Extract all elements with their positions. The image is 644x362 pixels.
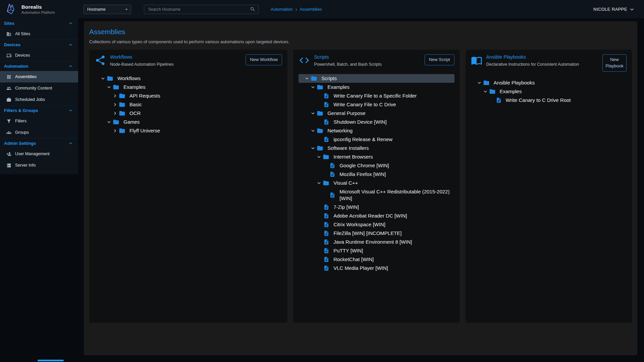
tree-file-filezilla-win-incomplete[interactable]: FileZilla [WIN] [INCOMPLETE]: [299, 229, 454, 238]
tree-item-label: Google Chrome [WIN]: [339, 161, 389, 170]
chevron-up-icon[interactable]: [68, 140, 73, 146]
tree-file-citrix-workspace-win[interactable]: Citrix Workspace [WIN]: [299, 220, 454, 229]
topbar: Borealis Automation Platform Hostname Au…: [0, 0, 644, 18]
tree-folder-software-installers[interactable]: Software Installers: [299, 144, 454, 153]
sidebar-section-label: Admin Settings: [4, 141, 36, 146]
chevron-right-icon: [111, 93, 119, 99]
chevron-down-icon: [105, 84, 113, 90]
sidebar-item-all-sites[interactable]: All Sites: [0, 28, 78, 40]
sidebar-section-label: Sites: [4, 21, 14, 26]
tree-folder-general-purpose[interactable]: General Purpose: [299, 109, 454, 118]
tree-file-microsoft-visual-c-redistributable-2015-2022-win[interactable]: Microsoft Visual C++ Redistributable (20…: [299, 187, 454, 203]
tree-folder-networking[interactable]: Networking: [299, 126, 454, 135]
tree-item-label: Networking: [327, 126, 353, 135]
tree-file-google-chrome-win[interactable]: Google Chrome [WIN]: [299, 161, 454, 170]
new-playbook-button[interactable]: New Playbook: [602, 54, 627, 72]
tree-folder-games[interactable]: Games: [95, 118, 282, 126]
chevron-down-icon: [309, 110, 317, 116]
tree-folder-ocr[interactable]: OCR: [95, 109, 282, 118]
tree-folder-ansible-playbooks[interactable]: Ansible Playbooks: [471, 78, 627, 87]
workflow-icon: [95, 55, 106, 66]
tree-file-write-canary-file-to-c-drive[interactable]: Write Canary File to C Drive: [299, 100, 454, 109]
tree-folder-workflows[interactable]: Workflows: [95, 74, 282, 83]
tree-folder-internet-browsers[interactable]: Internet Browsers: [299, 153, 454, 161]
chevron-down-icon: [99, 75, 107, 81]
sidebar: SitesAll SitesDevicesDevicesAutomationAs…: [0, 18, 78, 174]
tree-folder-flyff-universe[interactable]: Flyff Universe: [95, 126, 282, 135]
tree-item-label: Citrix Workspace [WIN]: [333, 220, 385, 229]
sidebar-item-community-content[interactable]: Community Content: [0, 82, 78, 94]
sidebar-item-filters[interactable]: Filters: [0, 115, 78, 127]
tree-file-adobe-acrobat-reader-dc-win[interactable]: Adobe Acrobat Reader DC [WIN]: [299, 212, 454, 220]
tree-folder-examples[interactable]: Examples: [95, 83, 282, 92]
sidebar-section-admin-settings: Admin SettingsUser ManagementServer Info: [0, 138, 78, 171]
tree-file-write-canary-to-c-drive-root[interactable]: Write Canary to C Drive Root: [471, 96, 627, 105]
sidebar-item-label: All Sites: [15, 32, 30, 36]
tree-folder-api-requests[interactable]: API Requests: [95, 92, 282, 100]
sidebar-section-label: Devices: [4, 42, 20, 47]
tree-file-shutdown-device-win[interactable]: Shutdown Device [WIN]: [299, 118, 454, 126]
breadcrumb-item-assemblies[interactable]: Assemblies: [300, 7, 322, 12]
chevron-up-icon[interactable]: [68, 63, 73, 69]
tree-item-label: Examples: [327, 83, 350, 92]
tree-item-label: Mozilla Firefox [WIN]: [339, 170, 386, 179]
sidebar-item-user-management[interactable]: User Management: [0, 148, 78, 160]
sidebar-item-label: User Management: [15, 152, 50, 156]
sidebar-item-label: Community Content: [15, 86, 52, 90]
tree-item-label: Examples: [123, 83, 146, 92]
sidebar-item-server-info[interactable]: Server Info: [0, 160, 78, 171]
tree-file-putty-win[interactable]: PuTTY [WIN]: [299, 246, 454, 255]
chevron-up-icon[interactable]: [68, 42, 73, 48]
horizontal-scrollbar-thumb[interactable]: [38, 360, 64, 361]
sidebar-item-scheduled-jobs[interactable]: Scheduled Jobs: [0, 94, 78, 105]
tree-file-ipconfig-release-renew[interactable]: ipconfig Release & Renew: [299, 135, 454, 144]
sidebar-section-header-admin-settings[interactable]: Admin Settings: [0, 138, 78, 148]
tree-item-label: Write Canary File to a Specific Folder: [333, 92, 417, 100]
tree-file-mozilla-firefox-win[interactable]: Mozilla Firefox [WIN]: [299, 170, 454, 179]
breadcrumb-item-automation[interactable]: Automation: [271, 7, 293, 12]
tree-file-rocketchat-win[interactable]: RocketChat [WIN]: [299, 255, 454, 264]
caret-down-icon: [123, 6, 129, 12]
hostname-select[interactable]: Hostname: [84, 5, 131, 14]
sidebar-section-header-automation[interactable]: Automation: [0, 61, 78, 71]
file-icon: [323, 102, 331, 108]
groups-icon: [6, 130, 12, 135]
server-info-icon: [6, 163, 12, 168]
workflows-tree: WorkflowsExamplesAPI RequestsBasicOCRGam…: [95, 74, 282, 135]
tree-folder-examples[interactable]: Examples: [471, 87, 627, 96]
chevron-down-icon: [105, 119, 113, 125]
user-menu[interactable]: NICOLE RAPPE: [593, 6, 635, 13]
chevron-up-icon[interactable]: [68, 108, 73, 113]
new-workflow-button[interactable]: New Workflow: [246, 54, 282, 65]
tree-file-7-zip-win[interactable]: 7-Zip [WIN]: [299, 203, 454, 212]
folder-icon: [483, 79, 491, 86]
tree-folder-visual-c[interactable]: Visual C++: [299, 179, 454, 187]
tree-folder-scripts[interactable]: Scripts: [299, 74, 454, 83]
new-script-button[interactable]: New Script: [425, 54, 454, 65]
chevron-up-icon[interactable]: [68, 20, 73, 26]
file-icon: [323, 93, 331, 99]
tree-item-label: Write Canary to C Drive Root: [506, 96, 571, 105]
tree-file-java-runtime-environment-8-win[interactable]: Java Runtime Environment 8 [WIN]: [299, 238, 454, 246]
sidebar-section-header-devices[interactable]: Devices: [0, 40, 78, 50]
tree-item-label: Visual C++: [333, 179, 358, 187]
chevron-down-icon: [482, 88, 489, 95]
tree-file-vlc-media-player-win[interactable]: VLC Media Player [WIN]: [299, 264, 454, 273]
search-input[interactable]: [148, 7, 250, 12]
playbooks-card-subtitle: Declarative Instructions for Consistent …: [486, 61, 579, 67]
sidebar-section-header-filters-groups[interactable]: Filters & Groups: [0, 106, 78, 115]
folder-icon: [119, 127, 127, 134]
sidebar-section-label: Filters & Groups: [4, 108, 38, 113]
folder-icon: [107, 75, 115, 82]
sidebar-item-devices[interactable]: Devices: [0, 50, 78, 61]
folder-icon: [113, 119, 121, 125]
sidebar-item-groups[interactable]: Groups: [0, 127, 78, 138]
folder-icon: [119, 101, 127, 108]
tree-folder-basic[interactable]: Basic: [95, 100, 282, 109]
tree-folder-examples[interactable]: Examples: [299, 83, 454, 92]
tree-file-write-canary-file-to-a-specific-folder[interactable]: Write Canary File to a Specific Folder: [299, 92, 454, 100]
sidebar-section-header-sites[interactable]: Sites: [0, 18, 78, 28]
chevron-down-icon: [309, 128, 317, 134]
sidebar-item-assemblies[interactable]: Assemblies: [0, 71, 78, 82]
file-icon: [329, 192, 337, 198]
